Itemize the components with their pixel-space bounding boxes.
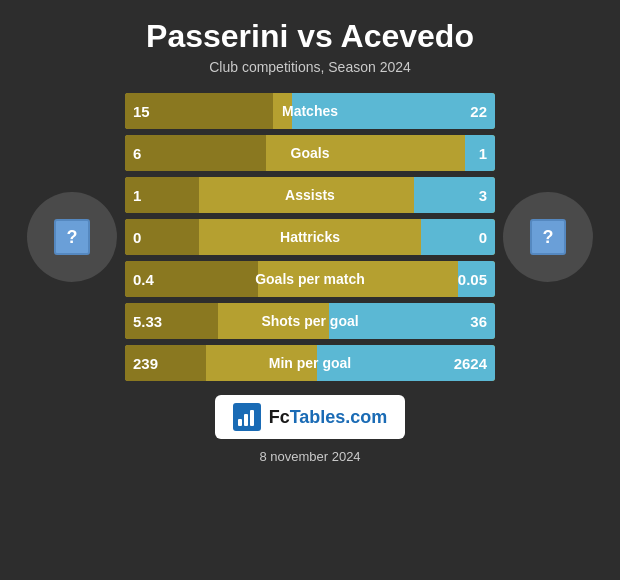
stat-left-value: 15 (133, 103, 150, 120)
stat-row: 15Matches22 (125, 93, 495, 129)
stat-row: 6Goals1 (125, 135, 495, 171)
stat-left-value: 0.4 (133, 271, 154, 288)
stat-label: Hattricks (280, 229, 340, 245)
stat-label: Min per goal (269, 355, 351, 371)
svg-rect-1 (244, 414, 248, 426)
stat-right-value: 36 (470, 313, 487, 330)
stat-row: 5.33Shots per goal36 (125, 303, 495, 339)
stat-label: Goals per match (255, 271, 365, 287)
stat-row: 0Hattricks0 (125, 219, 495, 255)
left-avatar-placeholder: ? (54, 219, 90, 255)
stat-left-value: 6 (133, 145, 141, 162)
stat-right-value: 0.05 (458, 271, 487, 288)
date-label: 8 november 2024 (259, 449, 360, 464)
left-avatar: ? (27, 192, 117, 282)
stat-row: 0.4Goals per match0.05 (125, 261, 495, 297)
stat-left-value: 1 (133, 187, 141, 204)
stat-row: 1Assists3 (125, 177, 495, 213)
page-title: Passerini vs Acevedo (146, 18, 474, 55)
watermark-text: FcTables.com (269, 407, 388, 428)
right-avatar-placeholder: ? (530, 219, 566, 255)
page-subtitle: Club competitions, Season 2024 (209, 59, 411, 75)
svg-rect-0 (238, 419, 242, 426)
stat-left-value: 239 (133, 355, 158, 372)
right-avatar: ? (503, 192, 593, 282)
stat-left-value: 5.33 (133, 313, 162, 330)
stat-right-value: 1 (479, 145, 487, 162)
stat-right-value: 22 (470, 103, 487, 120)
stat-label: Matches (282, 103, 338, 119)
watermark-icon (233, 403, 261, 431)
stat-right-value: 3 (479, 187, 487, 204)
watermark: FcTables.com (215, 395, 406, 439)
stat-left-value: 0 (133, 229, 141, 246)
stat-label: Shots per goal (261, 313, 358, 329)
stat-row: 239Min per goal2624 (125, 345, 495, 381)
stat-right-value: 2624 (454, 355, 487, 372)
stats-container: 15Matches226Goals11Assists30Hattricks00.… (125, 93, 495, 381)
svg-rect-2 (250, 410, 254, 426)
stat-label: Goals (291, 145, 330, 161)
stat-right-value: 0 (479, 229, 487, 246)
stat-label: Assists (285, 187, 335, 203)
